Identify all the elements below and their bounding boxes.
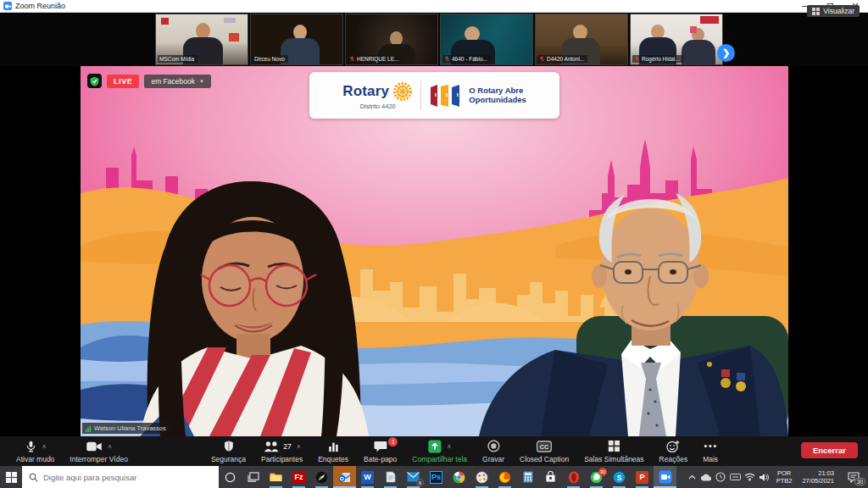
share-options-chevron[interactable]: ∧ — [447, 443, 451, 450]
reactions-button[interactable]: Reações — [652, 436, 696, 466]
muted-mic-icon — [539, 56, 545, 62]
taskbar-search[interactable] — [22, 466, 219, 488]
action-center-button[interactable]: 30 — [839, 466, 868, 488]
paint-button[interactable] — [470, 466, 493, 488]
word-icon: W — [364, 473, 371, 481]
svg-text:CC: CC — [540, 443, 548, 451]
compass-app-icon — [315, 471, 328, 484]
participant-name: 4640 - Fábio... — [452, 56, 487, 62]
pen-tablet-icon[interactable] — [728, 466, 743, 488]
task-view-button[interactable] — [242, 466, 264, 488]
chat-icon — [374, 441, 387, 452]
hidden-icons-chevron[interactable] — [685, 466, 699, 488]
cortana-button[interactable] — [219, 466, 242, 488]
reactions-label: Reações — [659, 455, 688, 463]
search-icon — [29, 473, 38, 482]
participants-label: Participantes — [261, 455, 303, 463]
polls-button[interactable]: Enquetes — [310, 436, 356, 466]
participants-count: 27 — [283, 442, 291, 451]
visualizar-label: Visualizar — [823, 7, 854, 15]
filezilla-icon: Fz — [295, 473, 303, 481]
mute-options-chevron[interactable]: ∧ — [42, 443, 47, 450]
calculator-icon — [523, 471, 533, 483]
photoshop-button[interactable]: Ps — [425, 466, 448, 488]
title-bar: Zoom Reunião — [0, 0, 868, 13]
stop-video-label: Interromper Vídeo — [70, 455, 128, 463]
outlook-icon — [338, 472, 351, 483]
end-meeting-button[interactable]: Encerrar — [801, 442, 858, 458]
thumbnail-dirceu-novo[interactable]: Dirceu Novo — [250, 14, 343, 65]
language-indicator[interactable]: POR PTB2 — [771, 469, 798, 485]
main-video-feed: Rotary Distrito 4420 O Rotary Abre — [81, 66, 788, 436]
mute-label: Ativar mudo — [16, 455, 54, 463]
zoom-app-icon — [3, 2, 12, 10]
security-shield-badge[interactable] — [87, 74, 102, 88]
security-button[interactable]: Segurança — [203, 436, 253, 466]
photoshop-icon: Ps — [431, 473, 441, 481]
microphone-icon — [25, 440, 37, 453]
svg-text:S: S — [617, 473, 622, 481]
participants-chevron[interactable]: ∧ — [297, 443, 301, 450]
firefox-button[interactable] — [493, 466, 516, 488]
filezilla-button[interactable]: Fz — [287, 466, 310, 488]
reactions-icon — [666, 440, 680, 453]
thumbnail-mscom-midia[interactable]: MSCom Mídia — [155, 14, 248, 65]
chat-label: Bate-papo — [364, 455, 397, 463]
next-page-arrow-button[interactable]: ❯ — [717, 44, 735, 62]
video-options-chevron[interactable]: ∧ — [108, 443, 112, 450]
wifi-icon[interactable] — [743, 466, 757, 488]
word-button[interactable]: W — [356, 466, 379, 488]
speaker-name-tag: Watson Uliana Travassos — [82, 423, 171, 434]
volume-icon[interactable] — [757, 466, 771, 488]
chat-button[interactable]: 1 Bate-papo — [356, 436, 404, 466]
whatsapp-button[interactable]: 30 — [585, 466, 608, 488]
mail-button[interactable]: 9 — [402, 466, 425, 488]
chrome-button[interactable] — [448, 466, 470, 488]
more-label: Mais — [703, 455, 718, 463]
powerpoint-button[interactable]: P — [631, 466, 654, 488]
mail-badge: 9 — [416, 479, 424, 486]
participant-strip: MSCom Mídia Dirceu Novo HENRIQUE LE... 4… — [0, 13, 868, 66]
store-button[interactable] — [539, 466, 562, 488]
chrome-icon — [453, 471, 465, 484]
share-screen-button[interactable]: ∧ Compartilhar tela — [404, 436, 475, 466]
thumbnail-rogerio[interactable]: Rogério Hidal... — [630, 14, 723, 65]
store-bag-icon — [545, 471, 556, 483]
file-explorer-button[interactable] — [264, 466, 287, 488]
stop-video-button[interactable]: ∧ Interromper Vídeo — [62, 436, 136, 466]
open-doors-icon — [429, 83, 461, 108]
closed-caption-button[interactable]: CC Closed Caption — [512, 436, 576, 466]
visualizar-button[interactable]: Visualizar — [807, 5, 860, 17]
search-input[interactable] — [43, 473, 196, 482]
start-button[interactable] — [0, 466, 22, 488]
rotary-banner: Rotary Distrito 4420 O Rotary Abre — [309, 72, 559, 119]
onedrive-icon[interactable] — [699, 466, 714, 488]
muted-mic-icon — [634, 56, 640, 62]
mute-button[interactable]: ∧ Ativar mudo — [8, 436, 62, 466]
clock-tray-icon[interactable] — [714, 466, 728, 488]
cortana-icon — [225, 472, 236, 483]
share-screen-icon — [428, 440, 442, 453]
calculator-button[interactable] — [516, 466, 539, 488]
opera-button[interactable] — [562, 466, 585, 488]
thumbnail-fabio[interactable]: 4640 - Fábio... — [440, 14, 533, 65]
zoom-taskbar-button[interactable] — [654, 466, 676, 488]
window-title: Zoom Reunião — [15, 2, 65, 10]
share-screen-label: Compartilhar tela — [412, 455, 467, 463]
dark-circle-app-button[interactable] — [310, 466, 333, 488]
security-label: Segurança — [211, 455, 246, 463]
notepad-button[interactable] — [379, 466, 402, 488]
participants-button[interactable]: 27 ∧ Participantes — [253, 436, 310, 466]
palette-icon — [476, 471, 488, 484]
thumbnail-antonio[interactable]: D4420 Antoni... — [535, 14, 628, 65]
breakout-rooms-button[interactable]: Salas Simultâneas — [576, 436, 651, 466]
more-button[interactable]: Mais — [695, 436, 726, 466]
record-button[interactable]: Gravar — [475, 436, 512, 466]
live-location-dropdown[interactable]: em Facebook ▼ — [144, 75, 210, 88]
participant-name: HENRIQUE LE... — [357, 56, 398, 62]
thumbnail-henrique[interactable]: HENRIQUE LE... — [345, 14, 438, 65]
windows-taskbar: Fz W — [0, 466, 868, 488]
skype-button[interactable]: S — [608, 466, 631, 488]
taskbar-clock[interactable]: 21:03 27/05/2021 — [797, 469, 839, 485]
outlook-button[interactable] — [333, 466, 356, 488]
